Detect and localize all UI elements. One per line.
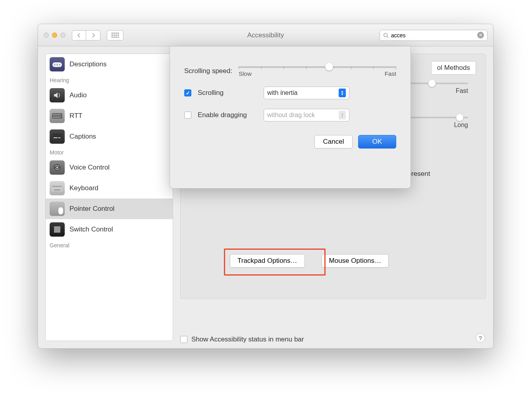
scrolling-checkbox[interactable]: [184, 89, 191, 96]
svg-point-11: [60, 114, 60, 115]
switch-control-icon: [50, 222, 65, 237]
sidebar-heading-hearing: Hearing: [46, 75, 173, 85]
svg-point-16: [60, 117, 60, 118]
pointer-control-icon: [50, 202, 65, 216]
zoom-window-button[interactable]: [60, 33, 66, 38]
svg-rect-19: [58, 137, 60, 138]
svg-rect-25: [56, 186, 57, 187]
sidebar-label: Captions: [69, 133, 96, 141]
captions-icon: [50, 129, 65, 144]
svg-rect-6: [52, 113, 62, 119]
titlebar: Accessibility ✕: [38, 24, 493, 46]
svg-rect-29: [54, 189, 60, 191]
rtt-icon: [50, 109, 65, 123]
sidebar-label: Pointer Control: [69, 205, 114, 213]
show-all-button[interactable]: [107, 30, 123, 40]
svg-rect-24: [54, 186, 55, 187]
sidebar-label: Switch Control: [69, 226, 113, 233]
forward-button[interactable]: [86, 30, 100, 40]
svg-line-1: [387, 36, 389, 38]
fast-label: Fast: [385, 70, 396, 77]
search-input[interactable]: [391, 32, 475, 39]
scrolling-mode-select[interactable]: with inertia ▲▼: [264, 87, 349, 99]
sheet-actions: Cancel OK: [184, 135, 396, 148]
svg-rect-27: [59, 186, 60, 187]
search-icon: [383, 33, 389, 38]
close-window-button[interactable]: [44, 33, 49, 38]
svg-point-3: [54, 64, 56, 66]
svg-point-7: [53, 114, 54, 115]
sidebar-item-voice-control[interactable]: Voice Control: [46, 157, 173, 178]
sidebar-heading-motor: Motor: [46, 147, 173, 157]
mouse-options-button[interactable]: Mouse Options…: [322, 254, 389, 268]
voice-control-icon: [50, 160, 65, 175]
svg-point-5: [59, 64, 60, 66]
sidebar-label: Voice Control: [69, 164, 110, 172]
preferences-window: Accessibility ✕ Descriptions Hearing Aud…: [38, 24, 493, 349]
sidebar-item-captions[interactable]: Captions: [46, 126, 173, 147]
chevron-left-icon: [77, 33, 81, 38]
sidebar-label: Audio: [69, 91, 87, 99]
svg-rect-23: [52, 186, 54, 187]
scrolling-mode-value: with inertia: [267, 89, 297, 96]
audio-icon: [50, 88, 65, 102]
svg-point-9: [56, 114, 57, 115]
svg-point-8: [55, 114, 56, 115]
svg-rect-18: [54, 137, 58, 138]
sidebar[interactable]: Descriptions Hearing Audio RTT Captions: [45, 54, 173, 341]
slider-knob[interactable]: [325, 63, 333, 71]
trackpad-options-sheet: Scrolling speed: Slow Fast Scrolling: [170, 46, 411, 189]
sidebar-item-descriptions[interactable]: Descriptions: [46, 54, 173, 75]
sidebar-label: Descriptions: [69, 60, 107, 68]
minimize-window-button[interactable]: [52, 33, 57, 38]
chevron-updown-icon: ▲▼: [339, 89, 346, 97]
keyboard-icon: [50, 181, 65, 195]
enable-dragging-label: Enable dragging: [198, 111, 257, 119]
footer-row: Show Accessibility status in menu bar: [180, 335, 304, 343]
show-status-checkbox[interactable]: [180, 336, 187, 343]
traffic-lights: [44, 33, 66, 38]
svg-point-10: [58, 114, 59, 115]
tab-alternate-control-methods[interactable]: ol Methods: [431, 61, 476, 75]
grid-icon: [112, 33, 119, 38]
svg-point-13: [55, 117, 56, 118]
svg-rect-26: [57, 186, 58, 187]
help-button[interactable]: ?: [476, 333, 485, 343]
slow-label: Slow: [239, 70, 252, 77]
svg-point-14: [56, 117, 57, 118]
sidebar-item-audio[interactable]: Audio: [46, 85, 173, 106]
svg-point-4: [57, 64, 58, 66]
scrolling-speed-slider[interactable]: [239, 66, 396, 68]
sidebar-item-switch-control[interactable]: Switch Control: [46, 219, 173, 240]
sidebar-item-rtt[interactable]: RTT: [46, 106, 173, 126]
chevron-updown-icon: ▲▼: [339, 111, 346, 120]
enable-dragging-checkbox[interactable]: [184, 112, 191, 119]
sidebar-label: Keyboard: [69, 184, 98, 192]
trackpad-options-button[interactable]: Trackpad Options…: [230, 254, 305, 268]
svg-rect-17: [52, 133, 62, 140]
options-buttons-row: Trackpad Options… Mouse Options…: [230, 254, 389, 268]
ok-button[interactable]: OK: [358, 135, 396, 148]
sidebar-heading-general: General: [46, 240, 173, 250]
descriptions-icon: [50, 57, 65, 71]
scrolling-speed-label: Scrolling speed:: [184, 67, 232, 75]
chevron-right-icon: [91, 33, 95, 38]
back-button[interactable]: [72, 30, 86, 40]
scrolling-speed-slider-block: Slow Fast: [239, 67, 396, 77]
svg-point-0: [384, 33, 387, 37]
sidebar-item-keyboard[interactable]: Keyboard: [46, 178, 173, 199]
search-field[interactable]: ✕: [380, 30, 488, 41]
clear-search-button[interactable]: ✕: [477, 32, 484, 39]
sidebar-item-pointer-control[interactable]: Pointer Control: [46, 199, 173, 219]
svg-point-15: [58, 117, 59, 118]
dragging-mode-value: without drag lock: [267, 112, 315, 119]
show-status-label: Show Accessibility status in menu bar: [191, 335, 304, 343]
sidebar-label: RTT: [69, 112, 83, 120]
svg-point-12: [53, 117, 54, 118]
dragging-mode-select: without drag lock ▲▼: [264, 109, 349, 121]
scrolling-label: Scrolling: [198, 89, 257, 97]
cancel-button[interactable]: Cancel: [314, 135, 353, 148]
nav-button-group: [72, 30, 100, 40]
svg-rect-28: [60, 186, 62, 187]
svg-point-21: [56, 167, 58, 168]
